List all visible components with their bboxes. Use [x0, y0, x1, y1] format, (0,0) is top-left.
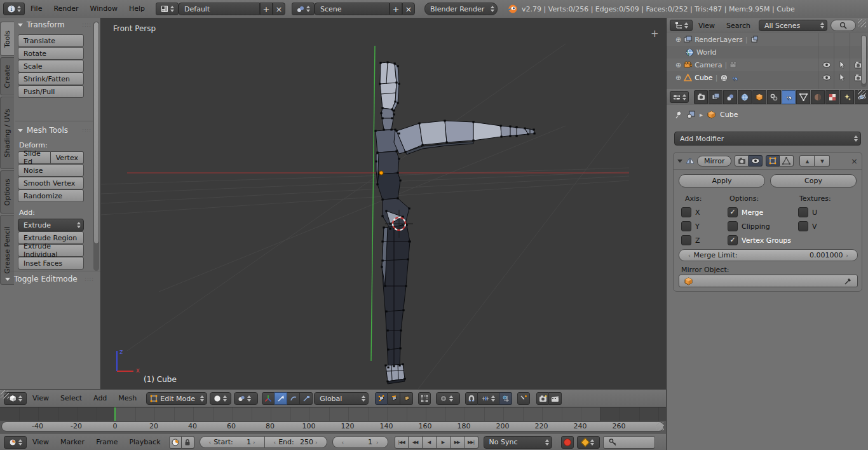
modifier-move-up-button[interactable]: ▴	[799, 155, 815, 167]
checkbox-texture-u[interactable]: U	[798, 207, 817, 217]
menu-playback[interactable]: Playback	[123, 434, 166, 450]
checkbox-axis-x[interactable]: X	[681, 207, 700, 217]
transform-orientation-dropdown[interactable]: Global	[314, 392, 369, 405]
object-context-icon[interactable]	[687, 111, 695, 119]
timeline-track[interactable]	[0, 407, 666, 421]
insert-keyframe-button[interactable]	[603, 436, 655, 449]
tab-texture[interactable]	[825, 90, 839, 104]
menu-view-outliner[interactable]: View	[693, 18, 721, 33]
tab-object[interactable]	[752, 90, 766, 104]
restrict-select-arrow-icon[interactable]	[838, 61, 846, 69]
lock-time-button[interactable]	[182, 436, 194, 449]
shrink-fatten-button[interactable]: Shrink/Fatten	[18, 72, 84, 85]
outliner-item-label[interactable]: RenderLayers	[695, 36, 743, 44]
outliner-filter-dropdown[interactable]: All Scenes	[759, 20, 827, 31]
eyedropper-icon[interactable]	[844, 277, 852, 285]
jump-to-end-button[interactable]: ▶▶|	[465, 436, 478, 449]
screen-layout-field[interactable]: Default	[179, 3, 260, 15]
extrude-dropdown[interactable]: Extrude	[18, 219, 84, 231]
randomize-button[interactable]: Randomize	[18, 189, 84, 202]
outliner-scrollbar[interactable]	[861, 35, 867, 87]
close-scene-button[interactable]: ×	[402, 3, 415, 15]
manipulator-axes-icon[interactable]	[262, 392, 275, 405]
panel-mesh-tools-header[interactable]: Mesh Tools::::	[18, 126, 92, 135]
opengl-render-anim-button[interactable]	[549, 392, 562, 405]
editor-type-properties-button[interactable]	[670, 91, 689, 103]
checkbox-merge[interactable]: ✓Merge	[728, 207, 763, 217]
corner-resize-grip[interactable]	[1, 390, 9, 399]
jump-to-start-button[interactable]: |◀◀	[395, 436, 409, 449]
merge-limit-slider[interactable]: ‹ Merge Limit: 0.001000 ›	[679, 249, 858, 261]
editor-type-info-button[interactable]: i	[3, 3, 25, 15]
proportional-edit-dropdown[interactable]	[436, 392, 460, 405]
modifier-delete-button[interactable]: ×	[851, 156, 858, 166]
tab-particles[interactable]	[840, 90, 854, 104]
translate-button[interactable]: Translate	[18, 34, 84, 47]
snap-target-button[interactable]	[499, 392, 512, 405]
expand-icon[interactable]: ⊕	[675, 74, 681, 82]
panel-transform-header[interactable]: Transform::::	[18, 20, 92, 29]
tab-material[interactable]	[811, 90, 825, 104]
outliner-search-button[interactable]	[831, 20, 856, 31]
modifier-view-toggle[interactable]	[749, 155, 763, 167]
checkbox-texture-v[interactable]: V	[798, 221, 817, 231]
next-keyframe-button[interactable]: ▶▶	[451, 436, 465, 449]
menu-mesh[interactable]: Mesh	[112, 390, 142, 407]
checkbox-axis-y[interactable]: Y	[681, 221, 700, 231]
tab-options[interactable]: Options	[0, 170, 14, 214]
menu-add[interactable]: Add	[88, 390, 112, 407]
outliner-item-label[interactable]: Cube	[695, 74, 712, 82]
manipulate-center-points-button[interactable]	[517, 392, 530, 405]
outliner-item-label[interactable]: Camera	[695, 61, 722, 69]
open-properties-region-button[interactable]: +	[651, 28, 659, 39]
modifier-cage-toggle[interactable]	[780, 155, 794, 167]
noise-button[interactable]: Noise	[18, 164, 84, 177]
tab-render-layers[interactable]	[709, 90, 722, 104]
render-engine-dropdown[interactable]: Blender Render	[424, 3, 498, 15]
mode-dropdown[interactable]: Edit Mode	[146, 392, 207, 405]
restrict-view-eye-icon[interactable]	[822, 74, 831, 82]
extrude-individual-button[interactable]: Extrude Individual	[18, 244, 84, 257]
menu-select[interactable]: Select	[55, 390, 88, 407]
menu-view-timeline[interactable]: View	[27, 434, 55, 450]
manipulator-translate-button[interactable]	[275, 392, 287, 405]
tab-render[interactable]	[694, 90, 708, 104]
restrict-view-eye-icon[interactable]	[822, 61, 831, 69]
tab-world[interactable]	[738, 90, 752, 104]
breadcrumb-object-name[interactable]: Cube	[720, 111, 738, 119]
menu-view[interactable]: View	[27, 390, 55, 407]
viewport-3d[interactable]: z x Front Persp (1) Cube +	[100, 18, 666, 389]
frame-end-field[interactable]: ‹ End: 250 ›	[265, 436, 327, 448]
viewport-shading-dropdown[interactable]	[210, 392, 231, 405]
tab-object-data[interactable]	[796, 90, 810, 104]
frame-start-field[interactable]: ‹ Start: 1 ›	[200, 436, 265, 448]
checkbox-axis-z[interactable]: Z	[681, 235, 700, 245]
checkbox-vertex-groups[interactable]: ✓Vertex Groups	[728, 235, 791, 245]
slide-edge-button[interactable]: Slide Ed	[18, 151, 51, 164]
edge-select-button[interactable]	[388, 392, 400, 405]
collapse-icon[interactable]	[677, 160, 682, 163]
vertex-slide-button[interactable]: Vertex	[51, 151, 84, 164]
modifier-editmode-toggle[interactable]	[766, 155, 780, 167]
pin-icon[interactable]	[674, 111, 682, 119]
outliner-item-label[interactable]: World	[696, 48, 717, 57]
add-layout-button[interactable]: +	[260, 3, 273, 15]
outliner-row-camera[interactable]: ⊕ Camera |	[667, 58, 868, 71]
record-autokey-button[interactable]	[561, 436, 574, 449]
snap-magnet-button[interactable]	[465, 392, 478, 405]
manipulator-rotate-button[interactable]	[287, 392, 300, 405]
menu-file[interactable]: File	[25, 1, 48, 17]
rotate-button[interactable]: Rotate	[18, 47, 84, 60]
play-button[interactable]: ▶	[437, 436, 451, 449]
toolshelf-scrollbar[interactable]	[93, 22, 99, 271]
face-select-button[interactable]	[400, 392, 413, 405]
scale-button[interactable]: Scale	[18, 60, 84, 72]
manipulator-scale-button[interactable]	[300, 392, 313, 405]
keying-set-dropdown[interactable]	[577, 436, 600, 449]
pivot-point-dropdown[interactable]	[234, 392, 258, 405]
scene-icon-button[interactable]	[292, 3, 315, 15]
play-reverse-button[interactable]: ◀	[423, 436, 437, 449]
screen-layout-icon-button[interactable]	[156, 3, 179, 15]
menu-window[interactable]: Window	[85, 1, 123, 17]
restrict-select-arrow-icon[interactable]	[838, 74, 846, 82]
